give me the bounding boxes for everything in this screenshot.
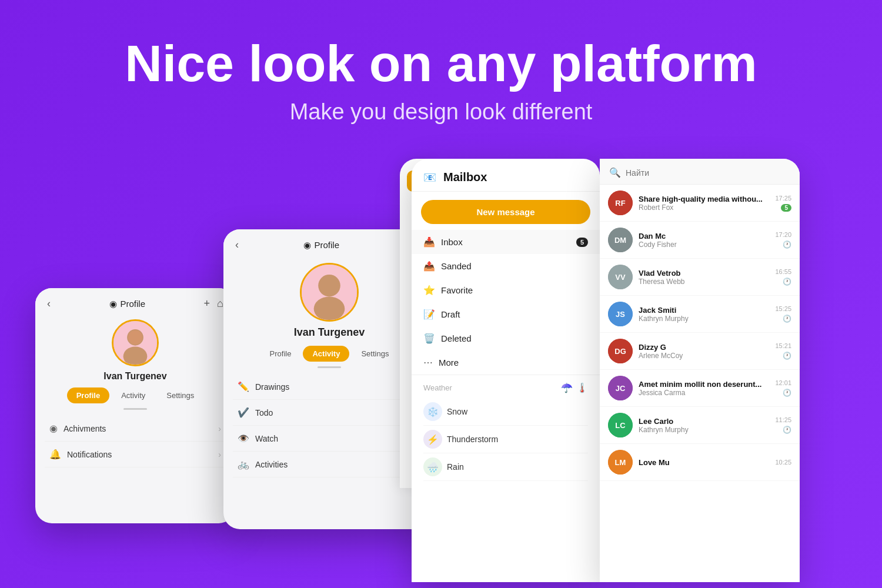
msg-time-3: 15:25: [775, 305, 791, 312]
msg-meta-7: 10:25: [775, 459, 791, 466]
msg-item-4[interactable]: DG Dizzy G Arlene McCoy 15:21 🕐: [600, 333, 800, 370]
weather-snow[interactable]: ❄️ Snow: [423, 398, 588, 426]
svg-text:DG: DG: [614, 347, 626, 356]
msg-avatar-6: LC: [608, 413, 633, 437]
favorite-label: Favorite: [441, 285, 473, 295]
weather-label: Weather: [423, 383, 452, 392]
msg-name-2: Vlad Vetrob: [639, 269, 769, 278]
msg-name-0: Share high-quality media withou...: [639, 195, 769, 203]
mailbox-header: 📧 Mailbox: [412, 159, 600, 192]
msg-name-6: Lee Carlo: [639, 417, 769, 426]
msg-item-7[interactable]: LM Love Mu 10:25: [600, 444, 800, 481]
mailbox-nav-more[interactable]: ⋯ More: [412, 350, 600, 375]
card2-menu-drawings[interactable]: ✏️ Drawings ›: [233, 374, 426, 400]
umbrella-icon: ☂️: [561, 382, 573, 393]
card2-back-button[interactable]: ‹: [235, 239, 239, 251]
msg-preview-1: Cody Fisher: [639, 240, 769, 249]
svg-point-5: [318, 275, 340, 297]
mailbox-title: Mailbox: [443, 171, 487, 184]
sanded-label: Sanded: [441, 261, 472, 271]
weather-rain[interactable]: 🌧️ Rain: [423, 453, 588, 481]
hero-subtitle: Make you design look different: [0, 99, 882, 125]
msg-preview-2: Theresa Webb: [639, 278, 769, 286]
thunder-icon: ⚡: [423, 430, 442, 449]
msg-meta-1: 17:20 🕐: [775, 231, 791, 249]
card1-tabs: Profile Activity Settings: [35, 387, 235, 403]
card2-menu-todo[interactable]: ✔️ Todo ›: [233, 400, 426, 426]
msg-content-6: Lee Carlo Kathryn Murphy: [639, 417, 769, 434]
msg-item-6[interactable]: LC Lee Carlo Kathryn Murphy 11:25 🕐: [600, 407, 800, 444]
msg-meta-5: 12:01 🕐: [775, 379, 791, 397]
card1-tab-profile[interactable]: Profile: [67, 387, 109, 403]
msg-time-0: 17:25: [775, 195, 791, 202]
msg-meta-6: 11:25 🕐: [775, 416, 791, 434]
card1-menu-notifications[interactable]: 🔔 Notifications ›: [45, 442, 226, 467]
svg-text:VV: VV: [615, 273, 626, 282]
card2-tab-profile[interactable]: Profile: [260, 346, 301, 362]
msg-name-4: Dizzy G: [639, 343, 769, 352]
todo-icon: ✔️: [238, 407, 249, 418]
msg-content-5: Amet minim mollit non deserunt... Jessic…: [639, 380, 769, 397]
weather-section: Weather ☂️ 🌡️ ❄️ Snow ⚡ Thunderstorm 🌧️ …: [412, 375, 600, 485]
msg-clock-2: 🕐: [783, 278, 791, 286]
card1-menu: ◉ Achivments › 🔔 Notifications ›: [35, 416, 235, 467]
msg-item-2[interactable]: VV Vlad Vetrob Theresa Webb 16:55 🕐: [600, 259, 800, 296]
search-bar: 🔍: [600, 159, 800, 185]
msg-clock-3: 🕐: [783, 315, 791, 323]
todo-label: Todo: [255, 408, 273, 417]
new-message-button[interactable]: New message: [421, 200, 590, 224]
msg-preview-6: Kathryn Murphy: [639, 426, 769, 434]
hero-title: Nice look on any platform: [0, 35, 882, 92]
favorite-icon: ⭐: [423, 285, 435, 296]
svg-text:LC: LC: [615, 421, 626, 430]
mailbox-nav-inbox[interactable]: 📥 Inbox 5: [412, 230, 600, 254]
more-icon: ⋯: [423, 357, 433, 368]
msg-badge-0: 5: [781, 204, 791, 212]
msg-meta-2: 16:55 🕐: [775, 268, 791, 286]
card1-back-button[interactable]: ‹: [47, 298, 51, 310]
msg-avatar-3: JS: [608, 302, 633, 326]
msg-meta-4: 15:21 🕐: [775, 342, 791, 360]
card1-header: ‹ ◉ Profile + ⌂: [35, 288, 235, 315]
card1-tab-activity[interactable]: Activity: [112, 387, 155, 403]
msg-preview-3: Kathryn Murphy: [639, 315, 769, 323]
msg-content-2: Vlad Vetrob Theresa Webb: [639, 269, 769, 286]
msg-preview-5: Jessica Carma: [639, 389, 769, 397]
achivments-icon: ◉: [49, 423, 58, 434]
card2-menu-watch[interactable]: 👁️ Watch ›: [233, 426, 426, 452]
card2-tab-indicator: [318, 366, 341, 368]
svg-point-6: [314, 297, 345, 320]
msg-time-4: 15:21: [775, 342, 791, 349]
hero-section: Nice look on any platform Make you desig…: [0, 35, 882, 125]
mailbox-nav-sanded[interactable]: 📤 Sanded: [412, 254, 600, 278]
msg-item-3[interactable]: JS Jack Smiti Kathryn Murphy 15:25 🕐: [600, 296, 800, 333]
svg-point-3: [128, 330, 142, 345]
drawings-icon: ✏️: [238, 381, 249, 392]
card1-header-icons: + ⌂: [204, 298, 223, 310]
msg-item-0[interactable]: RF Share high-quality media withou... Ro…: [600, 185, 800, 222]
msg-content-4: Dizzy G Arlene McCoy: [639, 343, 769, 360]
svg-text:DM: DM: [614, 236, 626, 245]
mailbox-nav-favorite[interactable]: ⭐ Favorite: [412, 278, 600, 302]
achivments-chevron: ›: [218, 424, 221, 433]
msg-item-1[interactable]: DM Dan Mc Cody Fisher 17:20 🕐: [600, 222, 800, 259]
msg-avatar-7: LM: [608, 450, 633, 475]
card2-tab-settings[interactable]: Settings: [352, 346, 398, 362]
card2-menu-activities[interactable]: 🚲 Activities ›: [233, 452, 426, 477]
mailbox-nav-draft[interactable]: 📝 Draft: [412, 302, 600, 326]
profile-icon-1: ◉: [109, 299, 117, 309]
profile-icon-2: ◉: [303, 240, 311, 250]
messages-panel: 🔍 RF Share high-quality media withou... …: [600, 159, 800, 582]
card2-tab-activity[interactable]: Activity: [303, 346, 349, 362]
thermometer-icon: 🌡️: [576, 382, 588, 393]
msg-clock-1: 🕐: [783, 240, 791, 249]
weather-thunderstorm[interactable]: ⚡ Thunderstorm: [423, 426, 588, 453]
search-input[interactable]: [626, 168, 790, 178]
msg-content-7: Love Mu: [639, 458, 769, 467]
msg-item-5[interactable]: JC Amet minim mollit non deserunt... Jes…: [600, 370, 800, 407]
card1-tab-settings[interactable]: Settings: [157, 387, 203, 403]
card1-menu-achivments[interactable]: ◉ Achivments ›: [45, 416, 226, 442]
card1-add-button[interactable]: +: [204, 298, 211, 310]
card1-home-button[interactable]: ⌂: [217, 298, 223, 310]
mailbox-nav-deleted[interactable]: 🗑️ Deleted: [412, 326, 600, 350]
